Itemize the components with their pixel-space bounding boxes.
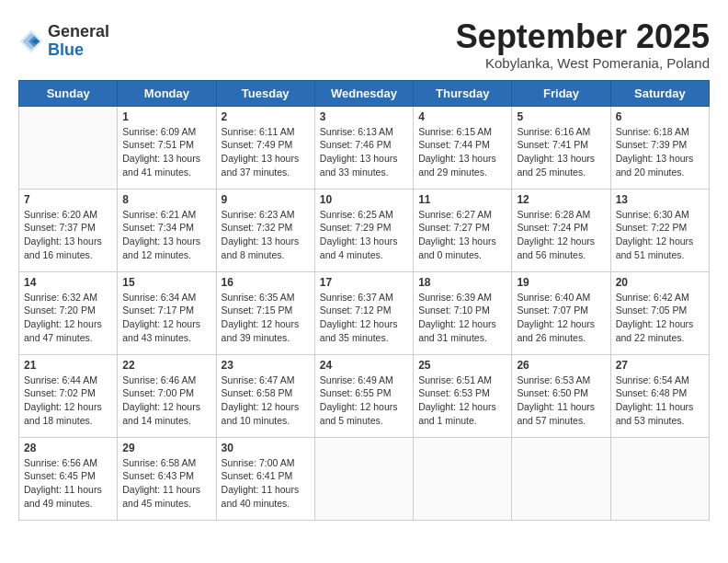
day-number: 3 [320, 110, 408, 123]
day-info: Sunrise: 6:15 AMSunset: 7:44 PMDaylight:… [418, 125, 506, 179]
calendar-cell: 25Sunrise: 6:51 AMSunset: 6:53 PMDayligh… [414, 354, 512, 437]
calendar-table: SundayMondayTuesdayWednesdayThursdayFrid… [18, 80, 710, 521]
calendar-header-row: SundayMondayTuesdayWednesdayThursdayFrid… [19, 80, 710, 106]
calendar-header-wednesday: Wednesday [314, 80, 413, 106]
day-info: Sunrise: 6:30 AMSunset: 7:22 PMDaylight:… [616, 208, 704, 262]
calendar-cell: 6Sunrise: 6:18 AMSunset: 7:39 PMDaylight… [610, 106, 709, 189]
day-number: 28 [24, 442, 112, 454]
calendar-header-saturday: Saturday [610, 80, 709, 106]
calendar-cell [19, 106, 118, 189]
calendar-cell: 5Sunrise: 6:16 AMSunset: 7:41 PMDaylight… [512, 106, 610, 189]
calendar-cell: 18Sunrise: 6:39 AMSunset: 7:10 PMDayligh… [414, 271, 512, 354]
day-number: 7 [24, 193, 112, 206]
calendar-body: 1Sunrise: 6:09 AMSunset: 7:51 PMDaylight… [19, 106, 710, 520]
day-info: Sunrise: 6:49 AMSunset: 6:55 PMDaylight:… [320, 373, 408, 428]
calendar-header-friday: Friday [512, 80, 610, 106]
calendar-cell: 12Sunrise: 6:28 AMSunset: 7:24 PMDayligh… [512, 189, 610, 271]
day-info: Sunrise: 6:46 AMSunset: 7:00 PMDaylight:… [122, 373, 210, 428]
day-number: 24 [320, 359, 408, 372]
day-number: 15 [122, 276, 210, 289]
day-number: 26 [517, 359, 605, 372]
calendar-week-3: 14Sunrise: 6:32 AMSunset: 7:20 PMDayligh… [19, 271, 710, 354]
day-info: Sunrise: 6:23 AMSunset: 7:32 PMDaylight:… [222, 208, 310, 262]
calendar-cell: 7Sunrise: 6:20 AMSunset: 7:37 PMDaylight… [19, 189, 118, 271]
calendar-cell: 14Sunrise: 6:32 AMSunset: 7:20 PMDayligh… [19, 271, 118, 354]
day-number: 29 [122, 442, 210, 454]
calendar-cell: 4Sunrise: 6:15 AMSunset: 7:44 PMDaylight… [414, 106, 512, 189]
day-info: Sunrise: 6:40 AMSunset: 7:07 PMDaylight:… [517, 291, 605, 345]
day-number: 18 [418, 276, 506, 289]
day-number: 20 [616, 276, 704, 289]
day-number: 1 [122, 110, 210, 123]
day-info: Sunrise: 6:54 AMSunset: 6:48 PMDaylight:… [616, 373, 704, 428]
calendar-header-monday: Monday [118, 80, 216, 106]
day-number: 23 [222, 359, 310, 372]
calendar-week-1: 1Sunrise: 6:09 AMSunset: 7:51 PMDaylight… [19, 106, 710, 189]
day-info: Sunrise: 6:42 AMSunset: 7:05 PMDaylight:… [616, 291, 704, 345]
calendar-cell: 13Sunrise: 6:30 AMSunset: 7:22 PMDayligh… [610, 189, 709, 271]
calendar-cell: 2Sunrise: 6:11 AMSunset: 7:49 PMDaylight… [216, 106, 314, 189]
day-number: 11 [418, 193, 506, 206]
logo: General Blue [18, 23, 109, 60]
calendar-cell: 10Sunrise: 6:25 AMSunset: 7:29 PMDayligh… [314, 189, 413, 271]
day-number: 13 [616, 193, 704, 206]
calendar-header-sunday: Sunday [19, 80, 118, 106]
calendar-week-2: 7Sunrise: 6:20 AMSunset: 7:37 PMDaylight… [19, 189, 710, 271]
day-info: Sunrise: 6:47 AMSunset: 6:58 PMDaylight:… [222, 373, 310, 428]
day-number: 21 [24, 359, 112, 372]
calendar-cell: 15Sunrise: 6:34 AMSunset: 7:17 PMDayligh… [118, 271, 216, 354]
day-info: Sunrise: 6:27 AMSunset: 7:27 PMDaylight:… [418, 208, 506, 262]
calendar-cell: 3Sunrise: 6:13 AMSunset: 7:46 PMDaylight… [314, 106, 413, 189]
day-number: 14 [24, 276, 112, 289]
calendar-cell: 1Sunrise: 6:09 AMSunset: 7:51 PMDaylight… [118, 106, 216, 189]
page-header: General Blue September 2025 Kobylanka, W… [18, 18, 710, 71]
day-info: Sunrise: 6:32 AMSunset: 7:20 PMDaylight:… [24, 291, 112, 345]
day-info: Sunrise: 6:25 AMSunset: 7:29 PMDaylight:… [320, 208, 408, 262]
day-number: 17 [320, 276, 408, 289]
calendar-cell: 29Sunrise: 6:58 AMSunset: 6:43 PMDayligh… [118, 437, 216, 520]
calendar-cell: 30Sunrise: 7:00 AMSunset: 6:41 PMDayligh… [216, 437, 314, 520]
calendar-cell: 8Sunrise: 6:21 AMSunset: 7:34 PMDaylight… [118, 189, 216, 271]
day-info: Sunrise: 6:21 AMSunset: 7:34 PMDaylight:… [122, 208, 210, 262]
day-number: 4 [418, 110, 506, 123]
calendar-cell: 9Sunrise: 6:23 AMSunset: 7:32 PMDaylight… [216, 189, 314, 271]
day-number: 19 [517, 276, 605, 289]
day-number: 12 [517, 193, 605, 206]
day-number: 2 [222, 110, 310, 123]
calendar-cell: 28Sunrise: 6:56 AMSunset: 6:45 PMDayligh… [19, 437, 118, 520]
calendar-cell: 27Sunrise: 6:54 AMSunset: 6:48 PMDayligh… [610, 354, 709, 437]
calendar-cell [512, 437, 610, 520]
day-number: 27 [616, 359, 704, 372]
day-number: 22 [122, 359, 210, 372]
day-number: 16 [222, 276, 310, 289]
calendar-cell: 23Sunrise: 6:47 AMSunset: 6:58 PMDayligh… [216, 354, 314, 437]
day-info: Sunrise: 6:58 AMSunset: 6:43 PMDaylight:… [122, 456, 210, 511]
day-info: Sunrise: 6:20 AMSunset: 7:37 PMDaylight:… [24, 208, 112, 262]
day-number: 10 [320, 193, 408, 206]
day-info: Sunrise: 6:53 AMSunset: 6:50 PMDaylight:… [517, 373, 605, 428]
day-info: Sunrise: 6:39 AMSunset: 7:10 PMDaylight:… [418, 291, 506, 345]
day-info: Sunrise: 6:28 AMSunset: 7:24 PMDaylight:… [517, 208, 605, 262]
day-info: Sunrise: 6:51 AMSunset: 6:53 PMDaylight:… [418, 373, 506, 428]
logo-text: General Blue [48, 23, 109, 60]
day-info: Sunrise: 6:37 AMSunset: 7:12 PMDaylight:… [320, 291, 408, 345]
day-info: Sunrise: 7:00 AMSunset: 6:41 PMDaylight:… [222, 456, 310, 511]
day-number: 30 [222, 442, 310, 454]
day-info: Sunrise: 6:18 AMSunset: 7:39 PMDaylight:… [616, 125, 704, 179]
calendar-cell: 21Sunrise: 6:44 AMSunset: 7:02 PMDayligh… [19, 354, 118, 437]
calendar-cell: 22Sunrise: 6:46 AMSunset: 7:00 PMDayligh… [118, 354, 216, 437]
month-title: September 2025 [456, 18, 710, 55]
calendar-cell [414, 437, 512, 520]
day-info: Sunrise: 6:44 AMSunset: 7:02 PMDaylight:… [24, 373, 112, 428]
day-info: Sunrise: 6:11 AMSunset: 7:49 PMDaylight:… [222, 125, 310, 179]
day-number: 25 [418, 359, 506, 372]
calendar-cell: 11Sunrise: 6:27 AMSunset: 7:27 PMDayligh… [414, 189, 512, 271]
day-number: 5 [517, 110, 605, 123]
location: Kobylanka, West Pomerania, Poland [456, 55, 710, 71]
day-number: 6 [616, 110, 704, 123]
calendar-cell [610, 437, 709, 520]
day-info: Sunrise: 6:13 AMSunset: 7:46 PMDaylight:… [320, 125, 408, 179]
calendar-cell [314, 437, 413, 520]
logo-icon [18, 29, 44, 54]
calendar-cell: 19Sunrise: 6:40 AMSunset: 7:07 PMDayligh… [512, 271, 610, 354]
